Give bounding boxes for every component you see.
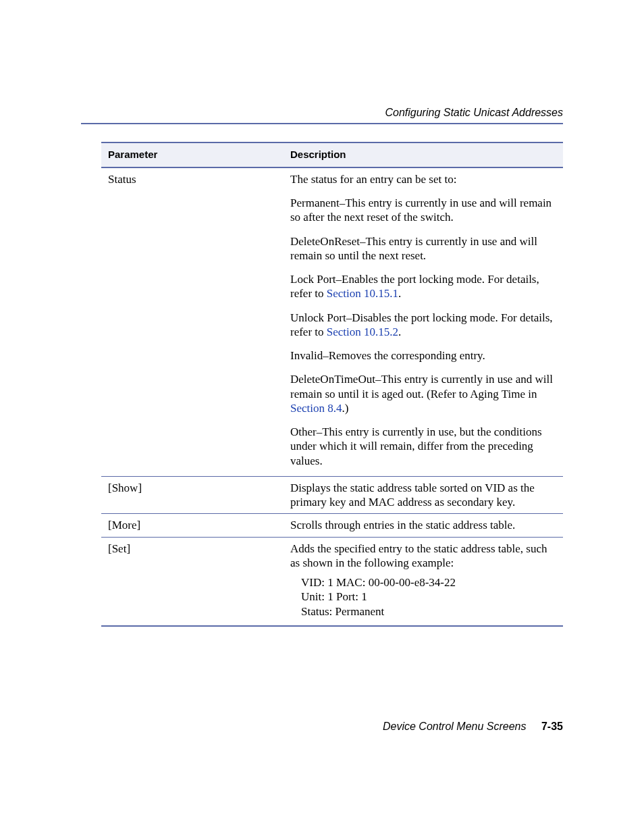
set-desc-text: Adds the specified entry to the static a… xyxy=(290,542,556,571)
cell-param-set: [Set] xyxy=(101,537,284,626)
parameter-table: Parameter Description Status The status … xyxy=(101,142,563,627)
table-row-status: Status The status for an entry can be se… xyxy=(101,167,563,477)
table-row-set: [Set] Adds the specified entry to the st… xyxy=(101,537,563,626)
link-section-10-15-2[interactable]: Section 10.15.2 xyxy=(327,325,398,338)
footer-page-number: 7-35 xyxy=(541,721,563,732)
cell-param-show: [Show] xyxy=(101,476,284,514)
status-unlock-port: Unlock Port–Disables the port locking mo… xyxy=(290,311,556,340)
status-delete-on-reset: DeleteOnReset–This entry is currently in… xyxy=(290,234,556,263)
cell-desc-more: Scrolls through entries in the static ad… xyxy=(284,514,563,537)
table-row-show: [Show] Displays the static address table… xyxy=(101,476,563,514)
table-header-row: Parameter Description xyxy=(101,142,563,167)
cell-desc-set: Adds the specified entry to the static a… xyxy=(284,537,563,626)
link-section-10-15-1[interactable]: Section 10.15.1 xyxy=(327,287,398,300)
table-row-more: [More] Scrolls through entries in the st… xyxy=(101,514,563,537)
content-area: Parameter Description Status The status … xyxy=(101,142,563,627)
set-example-line2: Unit: 1 Port: 1 xyxy=(301,590,556,604)
col-header-description: Description xyxy=(284,142,563,167)
cell-desc-show: Displays the static address table sorted… xyxy=(284,476,563,514)
status-lock-port: Lock Port–Enables the port locking mode.… xyxy=(290,272,556,301)
status-delete-on-timeout: DeleteOnTimeOut–This entry is currently … xyxy=(290,372,556,415)
cell-param-more: [More] xyxy=(101,514,284,537)
cell-desc-status: The status for an entry can be set to: P… xyxy=(284,167,563,477)
set-example-line3: Status: Permanent xyxy=(301,604,556,619)
page: Configuring Static Unicast Addresses Par… xyxy=(0,0,644,834)
cell-param-status: Status xyxy=(101,167,284,477)
status-permanent: Permanent–This entry is currently in use… xyxy=(290,196,556,225)
header-rule xyxy=(81,123,563,124)
footer-title: Device Control Menu Screens xyxy=(383,721,527,732)
status-unlock-port-post: . xyxy=(398,325,401,338)
running-header: Configuring Static Unicast Addresses xyxy=(385,107,563,119)
status-invalid: Invalid–Removes the corresponding entry. xyxy=(290,348,556,363)
status-intro: The status for an entry can be set to: xyxy=(290,172,556,186)
status-lock-port-post: . xyxy=(398,287,401,300)
page-footer: Device Control Menu Screens 7-35 xyxy=(383,721,563,733)
status-other: Other–This entry is currently in use, bu… xyxy=(290,425,556,468)
status-delete-timeout-pre: DeleteOnTimeOut–This entry is currently … xyxy=(290,373,553,400)
col-header-parameter: Parameter xyxy=(101,142,284,167)
link-section-8-4[interactable]: Section 8.4 xyxy=(290,402,342,415)
set-example: VID: 1 MAC: 00-00-00-e8-34-22 Unit: 1 Po… xyxy=(301,575,556,619)
status-delete-timeout-post: .) xyxy=(342,402,349,415)
set-example-line1: VID: 1 MAC: 00-00-00-e8-34-22 xyxy=(301,575,556,590)
